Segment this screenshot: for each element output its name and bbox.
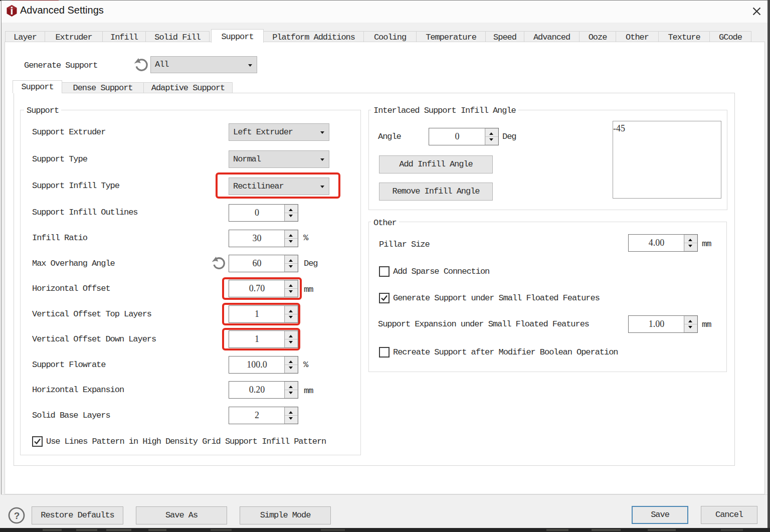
svg-text:?: ? bbox=[14, 510, 20, 521]
